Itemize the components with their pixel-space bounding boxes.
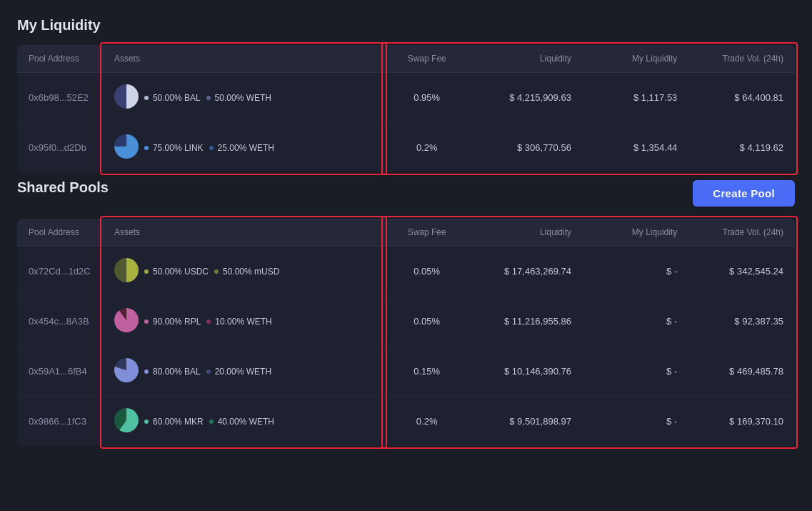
asset-tag: 10.00% WETH — [206, 317, 271, 327]
asset-tag: 50.00% USDC — [144, 267, 209, 277]
col-header-swap-fee-1: Swap Fee — [384, 45, 469, 73]
assets-cell: 60.00% MKR40.00% WETH — [103, 397, 328, 447]
assets-cell: 50.00% USDC50.00% mUSD — [103, 247, 328, 297]
table-row[interactable]: 0x95f0...d2Db75.00% LINK25.00% WETH0.2%$… — [17, 123, 795, 173]
create-pool-button[interactable]: Create Pool — [693, 180, 795, 207]
pool-address: 0x6b98...52E2 — [29, 92, 89, 103]
trade-vol-cell: $ 92,387.35 — [688, 297, 795, 347]
asset-dot-icon — [206, 96, 211, 100]
trade-vol-cell: $ 342,545.24 — [688, 247, 795, 297]
asset-dot-icon — [144, 369, 149, 374]
pie-chart-icon — [114, 408, 139, 435]
asset-dot-icon — [144, 146, 149, 150]
pie-chart-icon — [114, 308, 139, 334]
col-header-swap-fee-2: Swap Fee — [384, 219, 469, 247]
col-header-liquidity-2: Liquidity — [469, 219, 583, 247]
asset-tag: 40.00% WETH — [209, 417, 274, 427]
shared-pools-header-row: Shared Pools Create Pool — [17, 179, 795, 207]
my-liquidity-table-container: Pool Address Assets Swap Fee Liquidity M… — [17, 45, 795, 172]
spacer-cell — [328, 73, 384, 123]
my-liquidity-title: My Liquidity — [17, 17, 795, 34]
trade-vol-cell: $ 169,370.10 — [688, 397, 795, 447]
trade-vol-cell: $ 64,400.81 — [688, 73, 795, 123]
asset-dot-icon — [144, 269, 149, 274]
col-header-my-liquidity-1: My Liquidity — [583, 45, 688, 73]
liquidity-cell: $ 9,501,898.97 — [469, 397, 583, 447]
pie-chart-icon — [114, 258, 139, 284]
col-header-assets-2: Assets — [103, 219, 328, 247]
col-header-trade-vol-2: Trade Vol. (24h) — [688, 219, 795, 247]
spacer-cell — [328, 397, 384, 447]
asset-dot-icon — [206, 369, 211, 374]
liquidity-cell: $ 10,146,390.76 — [469, 347, 583, 397]
asset-dot-icon — [144, 96, 149, 100]
spacer-cell — [328, 297, 384, 347]
pie-chart-icon — [114, 84, 139, 111]
pie-chart-icon — [114, 134, 139, 161]
col-header-my-liquidity-2: My Liquidity — [583, 219, 688, 247]
asset-tag: 50.00% WETH — [206, 93, 271, 103]
assets-cell: 90.00% RPL10.00% WETH — [103, 297, 328, 347]
asset-dot-icon — [206, 319, 211, 324]
shared-pools-table-container: Pool Address Assets Swap Fee Liquidity M… — [17, 219, 795, 446]
my-liquidity-table: Pool Address Assets Swap Fee Liquidity M… — [17, 45, 795, 172]
my-liquidity-cell: $ - — [583, 247, 688, 297]
my-liquidity-section: My Liquidity Pool Address Assets Swap Fe… — [17, 17, 795, 172]
trade-vol-cell: $ 4,119.62 — [688, 123, 795, 173]
swap-fee-cell: 0.95% — [384, 73, 469, 123]
pool-address: 0x454c...8A3B — [29, 316, 89, 327]
shared-pools-section: Shared Pools Create Pool Pool Address As… — [17, 179, 795, 446]
swap-fee-cell: 0.2% — [384, 123, 469, 173]
asset-dot-icon — [209, 146, 214, 150]
my-liquidity-cell: $ 1,354.44 — [583, 123, 688, 173]
col-header-assets-1: Assets — [103, 45, 329, 73]
table-row[interactable]: 0x59A1...6fB480.00% BAL20.00% WETH0.15%$… — [17, 347, 795, 397]
table-row[interactable]: 0x9866...1fC360.00% MKR40.00% WETH0.2%$ … — [17, 397, 795, 447]
asset-tag: 50.00% mUSD — [214, 267, 279, 277]
assets-cell: 80.00% BAL20.00% WETH — [103, 347, 328, 397]
swap-fee-cell: 0.05% — [384, 247, 469, 297]
swap-fee-cell: 0.15% — [384, 347, 469, 397]
spacer-cell — [328, 347, 384, 397]
asset-tag: 75.00% LINK — [144, 143, 204, 153]
swap-fee-cell: 0.05% — [384, 297, 469, 347]
col-header-trade-vol-1: Trade Vol. (24h) — [688, 45, 795, 73]
shared-pools-header-row: Pool Address Assets Swap Fee Liquidity M… — [17, 219, 795, 247]
spacer-cell — [328, 247, 384, 297]
liquidity-cell: $ 11,216,955.86 — [469, 297, 583, 347]
asset-tag: 80.00% BAL — [144, 367, 201, 377]
col-header-pool-address-1: Pool Address — [17, 45, 103, 73]
pie-chart-icon — [114, 358, 139, 385]
pool-address: 0x59A1...6fB4 — [29, 366, 87, 377]
swap-fee-cell: 0.2% — [384, 397, 469, 447]
asset-tag: 20.00% WETH — [206, 367, 271, 377]
shared-pools-table: Pool Address Assets Swap Fee Liquidity M… — [17, 219, 795, 446]
my-liquidity-header-row: Pool Address Assets Swap Fee Liquidity M… — [17, 45, 795, 73]
col-header-liquidity-1: Liquidity — [469, 45, 583, 73]
assets-cell: 75.00% LINK25.00% WETH — [103, 123, 329, 173]
asset-dot-icon — [144, 420, 149, 424]
table-row[interactable]: 0x72Cd...1d2C50.00% USDC50.00% mUSD0.05%… — [17, 247, 795, 297]
my-liquidity-cell: $ - — [583, 347, 688, 397]
liquidity-cell: $ 4,215,909.63 — [469, 73, 583, 123]
asset-dot-icon — [209, 420, 214, 424]
col-header-pool-address-2: Pool Address — [17, 219, 103, 247]
table-row[interactable]: 0x6b98...52E250.00% BAL50.00% WETH0.95%$… — [17, 73, 795, 123]
assets-cell: 50.00% BAL50.00% WETH — [103, 73, 329, 123]
pool-address: 0x95f0...d2Db — [29, 142, 86, 153]
asset-dot-icon — [214, 269, 219, 274]
asset-tag: 90.00% RPL — [144, 317, 201, 327]
asset-tag: 50.00% BAL — [144, 93, 201, 103]
my-liquidity-cell: $ - — [583, 297, 688, 347]
spacer-cell — [328, 123, 384, 173]
liquidity-cell: $ 17,463,269.74 — [469, 247, 583, 297]
trade-vol-cell: $ 469,485.78 — [688, 347, 795, 397]
asset-tag: 25.00% WETH — [209, 143, 274, 153]
table-row[interactable]: 0x454c...8A3B90.00% RPL10.00% WETH0.05%$… — [17, 297, 795, 347]
my-liquidity-cell: $ 1,117.53 — [583, 73, 688, 123]
asset-tag: 60.00% MKR — [144, 417, 204, 427]
pool-address: 0x9866...1fC3 — [29, 416, 86, 427]
col-header-spacer-2 — [328, 219, 384, 247]
asset-dot-icon — [144, 319, 149, 324]
shared-pools-title: Shared Pools — [17, 179, 109, 196]
